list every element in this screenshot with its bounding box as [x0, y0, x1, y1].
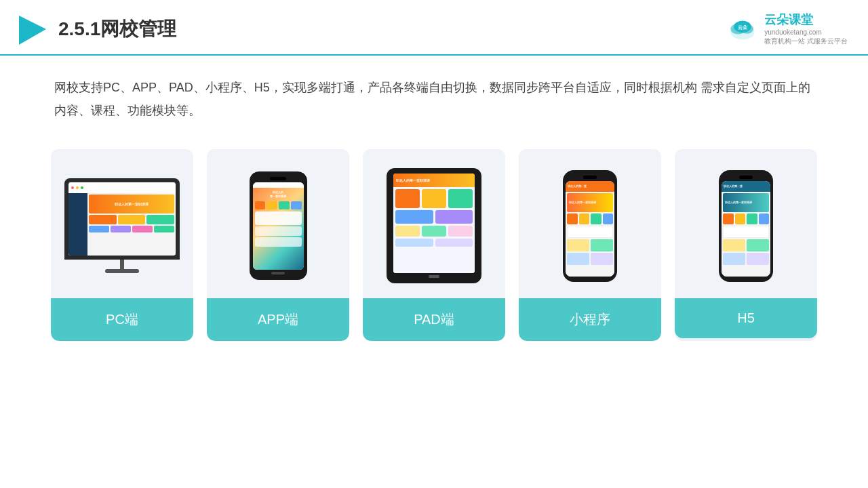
header-left: 2.5.1网校管理 — [14, 12, 176, 46]
card-h5-image: 职达人的第一堂 职达人的第一堂职涯课 — [675, 149, 817, 298]
header: 2.5.1网校管理 云朵 云朵课堂 yunduoketang.com 教育机构一… — [0, 0, 868, 56]
play-icon — [14, 12, 47, 46]
miniprogram-mockup: 职达人的第一堂 职达人的第一堂职涯课 — [563, 170, 617, 282]
logo-cloud-icon: 云朵 — [726, 17, 759, 41]
card-miniprogram: 职达人的第一堂 职达人的第一堂职涯课 — [519, 149, 661, 341]
card-h5: 职达人的第一堂 职达人的第一堂职涯课 — [675, 149, 817, 341]
pad-mockup: 职达人的第一堂职涯课 — [387, 168, 481, 283]
app-mockup: 职达人的第一堂职涯课 — [250, 171, 307, 280]
logo-area: 云朵 云朵课堂 yunduoketang.com 教育机构一站 式服务云平台 — [726, 13, 848, 45]
card-pc: 职达人的第一堂职涯课 — [51, 149, 193, 341]
logo-text: 云朵课堂 yunduoketang.com 教育机构一站 式服务云平台 — [764, 13, 848, 45]
svg-marker-0 — [19, 16, 46, 45]
card-miniprogram-image: 职达人的第一堂 职达人的第一堂职涯课 — [519, 149, 661, 298]
description-content: 网校支持PC、APP、PAD、小程序、H5，实现多端打通，产品各终端自由切换，数… — [54, 81, 810, 117]
card-pad: 职达人的第一堂职涯课 — [363, 149, 505, 341]
card-app-label: APP端 — [207, 298, 349, 341]
svg-text:云朵: 云朵 — [738, 24, 748, 30]
card-app: 职达人的第一堂职涯课 — [207, 149, 349, 341]
logo-url: yunduoketang.com — [764, 28, 822, 37]
logo-tagline: 教育机构一站 式服务云平台 — [764, 37, 848, 45]
logo-name: 云朵课堂 — [764, 13, 813, 28]
cards-container: 职达人的第一堂职涯课 — [0, 136, 868, 361]
card-miniprogram-label: 小程序 — [519, 298, 661, 341]
pc-mockup: 职达人的第一堂职涯课 — [64, 178, 180, 273]
h5-mockup: 职达人的第一堂 职达人的第一堂职涯课 — [719, 170, 773, 282]
card-pad-label: PAD端 — [363, 298, 505, 341]
page-title: 2.5.1网校管理 — [58, 16, 176, 42]
description-text: 网校支持PC、APP、PAD、小程序、H5，实现多端打通，产品各终端自由切换，数… — [0, 56, 868, 136]
card-pad-image: 职达人的第一堂职涯课 — [363, 149, 505, 298]
card-h5-label: H5 — [675, 298, 817, 338]
card-app-image: 职达人的第一堂职涯课 — [207, 149, 349, 298]
card-pc-label: PC端 — [51, 298, 193, 341]
card-pc-image: 职达人的第一堂职涯课 — [51, 149, 193, 298]
